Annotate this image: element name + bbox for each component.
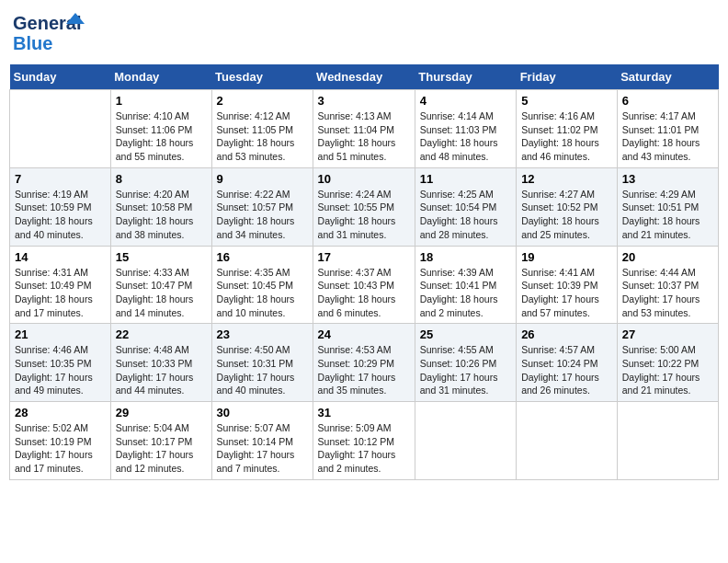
- day-info: Sunrise: 4:48 AM Sunset: 10:33 PM Daylig…: [116, 343, 207, 397]
- day-info: Sunrise: 5:09 AM Sunset: 10:12 PM Daylig…: [318, 421, 410, 476]
- day-info: Sunrise: 4:41 AM Sunset: 10:39 PM Daylig…: [521, 266, 612, 320]
- day-number: 7: [15, 172, 106, 186]
- day-number: 3: [318, 94, 410, 108]
- calendar-cell: 16Sunrise: 4:35 AM Sunset: 10:45 PM Dayl…: [211, 246, 313, 324]
- day-number: 13: [622, 172, 713, 186]
- day-info: Sunrise: 4:24 AM Sunset: 10:55 PM Daylig…: [318, 188, 410, 242]
- calendar-cell: 25Sunrise: 4:55 AM Sunset: 10:26 PM Dayl…: [415, 324, 516, 402]
- day-info: Sunrise: 4:46 AM Sunset: 10:35 PM Daylig…: [15, 343, 106, 397]
- calendar-cell: 22Sunrise: 4:48 AM Sunset: 10:33 PM Dayl…: [110, 324, 211, 402]
- calendar-cell: 14Sunrise: 4:31 AM Sunset: 10:49 PM Dayl…: [10, 246, 111, 324]
- header-monday: Monday: [110, 64, 211, 90]
- week-row-5: 28Sunrise: 5:02 AM Sunset: 10:19 PM Dayl…: [10, 402, 719, 480]
- calendar-cell: 6Sunrise: 4:17 AM Sunset: 11:01 PM Dayli…: [617, 90, 718, 168]
- day-info: Sunrise: 4:29 AM Sunset: 10:51 PM Daylig…: [622, 188, 713, 242]
- day-info: Sunrise: 4:39 AM Sunset: 10:41 PM Daylig…: [420, 266, 511, 320]
- day-number: 15: [116, 250, 207, 264]
- day-number: 9: [217, 172, 308, 186]
- calendar-cell: 19Sunrise: 4:41 AM Sunset: 10:39 PM Dayl…: [517, 246, 618, 324]
- calendar-cell: 7Sunrise: 4:19 AM Sunset: 10:59 PM Dayli…: [10, 167, 111, 246]
- day-info: Sunrise: 4:20 AM Sunset: 10:58 PM Daylig…: [116, 188, 207, 242]
- day-number: 20: [622, 250, 713, 264]
- day-number: 17: [318, 250, 410, 264]
- day-info: Sunrise: 4:25 AM Sunset: 10:54 PM Daylig…: [420, 188, 511, 242]
- day-number: 8: [116, 172, 207, 186]
- calendar-cell: 4Sunrise: 4:14 AM Sunset: 11:03 PM Dayli…: [415, 90, 516, 168]
- calendar-cell: 21Sunrise: 4:46 AM Sunset: 10:35 PM Dayl…: [10, 324, 111, 402]
- day-number: 1: [116, 94, 207, 108]
- calendar-cell: 15Sunrise: 4:33 AM Sunset: 10:47 PM Dayl…: [110, 246, 211, 324]
- day-number: 6: [622, 94, 713, 108]
- day-number: 18: [420, 250, 511, 264]
- day-info: Sunrise: 5:00 AM Sunset: 10:22 PM Daylig…: [622, 343, 713, 397]
- page-header: GeneralBlue: [9, 9, 719, 57]
- day-info: Sunrise: 4:17 AM Sunset: 11:01 PM Daylig…: [622, 109, 713, 164]
- calendar-cell: 30Sunrise: 5:07 AM Sunset: 10:14 PM Dayl…: [211, 402, 313, 480]
- day-number: 21: [15, 327, 106, 341]
- calendar-cell: [517, 402, 618, 480]
- day-info: Sunrise: 4:16 AM Sunset: 11:02 PM Daylig…: [521, 109, 612, 164]
- header-thursday: Thursday: [415, 64, 516, 90]
- day-number: 28: [15, 406, 106, 419]
- svg-text:Blue: Blue: [13, 33, 52, 53]
- day-number: 27: [622, 327, 713, 341]
- day-number: 22: [116, 327, 207, 341]
- day-info: Sunrise: 4:57 AM Sunset: 10:24 PM Daylig…: [521, 343, 612, 397]
- calendar-table: SundayMondayTuesdayWednesdayThursdayFrid…: [9, 64, 719, 480]
- day-number: 25: [420, 327, 511, 341]
- day-info: Sunrise: 4:31 AM Sunset: 10:49 PM Daylig…: [15, 266, 106, 320]
- day-info: Sunrise: 5:02 AM Sunset: 10:19 PM Daylig…: [15, 421, 106, 476]
- day-number: 24: [318, 327, 410, 341]
- day-info: Sunrise: 4:55 AM Sunset: 10:26 PM Daylig…: [420, 343, 511, 397]
- day-info: Sunrise: 4:27 AM Sunset: 10:52 PM Daylig…: [521, 188, 612, 242]
- day-number: 26: [521, 327, 612, 341]
- day-number: 2: [217, 94, 308, 108]
- day-number: 12: [521, 172, 612, 186]
- day-number: 11: [420, 172, 511, 186]
- header-tuesday: Tuesday: [211, 64, 313, 90]
- week-row-4: 21Sunrise: 4:46 AM Sunset: 10:35 PM Dayl…: [10, 324, 719, 402]
- logo-svg: GeneralBlue: [13, 9, 96, 57]
- calendar-cell: [415, 402, 516, 480]
- day-info: Sunrise: 5:04 AM Sunset: 10:17 PM Daylig…: [116, 421, 207, 476]
- logo-text: GeneralBlue: [13, 9, 96, 57]
- day-number: 4: [420, 94, 511, 108]
- calendar-cell: 18Sunrise: 4:39 AM Sunset: 10:41 PM Dayl…: [415, 246, 516, 324]
- day-info: Sunrise: 4:10 AM Sunset: 11:06 PM Daylig…: [116, 109, 207, 164]
- calendar-cell: 3Sunrise: 4:13 AM Sunset: 11:04 PM Dayli…: [313, 90, 415, 168]
- day-number: 23: [217, 327, 308, 341]
- calendar-cell: 10Sunrise: 4:24 AM Sunset: 10:55 PM Dayl…: [313, 167, 415, 246]
- calendar-cell: 20Sunrise: 4:44 AM Sunset: 10:37 PM Dayl…: [617, 246, 718, 324]
- day-number: 5: [521, 94, 612, 108]
- day-number: 31: [318, 406, 410, 419]
- day-info: Sunrise: 4:44 AM Sunset: 10:37 PM Daylig…: [622, 266, 713, 320]
- header-sunday: Sunday: [10, 64, 111, 90]
- day-info: Sunrise: 4:22 AM Sunset: 10:57 PM Daylig…: [217, 188, 308, 242]
- calendar-cell: 1Sunrise: 4:10 AM Sunset: 11:06 PM Dayli…: [110, 90, 211, 168]
- day-info: Sunrise: 5:07 AM Sunset: 10:14 PM Daylig…: [217, 421, 308, 476]
- day-info: Sunrise: 4:37 AM Sunset: 10:43 PM Daylig…: [318, 266, 410, 320]
- calendar-cell: 8Sunrise: 4:20 AM Sunset: 10:58 PM Dayli…: [110, 167, 211, 246]
- day-info: Sunrise: 4:13 AM Sunset: 11:04 PM Daylig…: [318, 109, 410, 164]
- calendar-cell: 24Sunrise: 4:53 AM Sunset: 10:29 PM Dayl…: [313, 324, 415, 402]
- calendar-cell: 2Sunrise: 4:12 AM Sunset: 11:05 PM Dayli…: [211, 90, 313, 168]
- day-info: Sunrise: 4:12 AM Sunset: 11:05 PM Daylig…: [217, 109, 308, 164]
- calendar-cell: 26Sunrise: 4:57 AM Sunset: 10:24 PM Dayl…: [517, 324, 618, 402]
- day-number: 19: [521, 250, 612, 264]
- calendar-cell: 11Sunrise: 4:25 AM Sunset: 10:54 PM Dayl…: [415, 167, 516, 246]
- calendar-cell: 27Sunrise: 5:00 AM Sunset: 10:22 PM Dayl…: [617, 324, 718, 402]
- calendar-cell: 12Sunrise: 4:27 AM Sunset: 10:52 PM Dayl…: [517, 167, 618, 246]
- day-info: Sunrise: 4:19 AM Sunset: 10:59 PM Daylig…: [15, 188, 106, 242]
- week-row-1: 1Sunrise: 4:10 AM Sunset: 11:06 PM Dayli…: [10, 90, 719, 168]
- calendar-cell: 29Sunrise: 5:04 AM Sunset: 10:17 PM Dayl…: [110, 402, 211, 480]
- day-number: 14: [15, 250, 106, 264]
- day-number: 29: [116, 406, 207, 419]
- header-saturday: Saturday: [617, 64, 718, 90]
- day-info: Sunrise: 4:53 AM Sunset: 10:29 PM Daylig…: [318, 343, 410, 397]
- day-info: Sunrise: 4:14 AM Sunset: 11:03 PM Daylig…: [420, 109, 511, 164]
- week-row-3: 14Sunrise: 4:31 AM Sunset: 10:49 PM Dayl…: [10, 246, 719, 324]
- calendar-cell: 9Sunrise: 4:22 AM Sunset: 10:57 PM Dayli…: [211, 167, 313, 246]
- header-friday: Friday: [517, 64, 618, 90]
- day-info: Sunrise: 4:50 AM Sunset: 10:31 PM Daylig…: [217, 343, 308, 397]
- calendar-cell: [10, 90, 111, 168]
